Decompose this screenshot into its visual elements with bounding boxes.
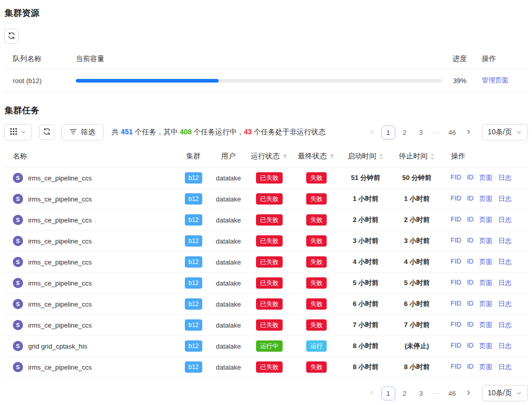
manage-page-link[interactable]: 管理页面 <box>482 76 508 84</box>
op-link-fid[interactable]: FID <box>451 236 461 246</box>
sort-icon[interactable] <box>430 153 435 160</box>
op-link-log[interactable]: 日志 <box>498 320 512 330</box>
pagination-ellipsis[interactable]: ··· <box>431 390 443 397</box>
column-header-label: 名称 <box>13 152 27 161</box>
column-header-final-status[interactable]: 最终状态 <box>293 152 340 161</box>
op-link-id[interactable]: ID <box>467 236 474 246</box>
pagination-page-3[interactable]: 3 <box>414 126 428 139</box>
resources-table-header: 队列名称 当前容量 进度 操作 <box>4 49 528 69</box>
op-link-page[interactable]: 页面 <box>479 278 493 288</box>
op-link-log[interactable]: 日志 <box>498 194 512 204</box>
start-time: 2 小时前 <box>340 215 391 225</box>
final-status-badge: 失败 <box>306 256 327 268</box>
op-link-page[interactable]: 页面 <box>479 236 493 246</box>
column-header-label: 运行状态 <box>251 152 280 161</box>
op-link-page[interactable]: 页面 <box>479 299 493 309</box>
chevron-left-icon <box>369 390 375 397</box>
task-name: irms_ce_pipeline_ccs <box>28 279 92 287</box>
task-user: datalake <box>211 174 246 182</box>
run-status-badge: 已失败 <box>256 277 283 289</box>
ops-cell: FIDID页面日志 <box>442 194 528 204</box>
filter-button[interactable]: 筛选 <box>61 124 103 140</box>
task-user: datalake <box>211 258 246 266</box>
page-size-select[interactable]: 10条/页 <box>482 124 528 140</box>
column-header-action: 操作 <box>476 54 528 64</box>
page-size-select[interactable]: 10条/页 <box>482 385 528 401</box>
op-link-id[interactable]: ID <box>467 362 474 372</box>
op-link-fid[interactable]: FID <box>451 257 461 267</box>
op-link-id[interactable]: ID <box>467 320 474 330</box>
op-link-id[interactable]: ID <box>467 278 474 288</box>
op-link-fid[interactable]: FID <box>451 215 461 225</box>
filter-icon[interactable] <box>282 154 288 159</box>
filter-lines-icon <box>70 128 77 136</box>
pagination-next-button[interactable] <box>462 387 476 400</box>
op-link-log[interactable]: 日志 <box>498 236 512 246</box>
sort-icon[interactable] <box>379 153 384 160</box>
pagination-page-1[interactable]: 1 <box>381 387 395 400</box>
column-header-stop-time[interactable]: 停止时间 <box>391 152 442 161</box>
avatar: S <box>13 236 23 246</box>
op-link-log[interactable]: 日志 <box>498 341 512 351</box>
resources-refresh-button[interactable] <box>4 29 19 44</box>
column-settings-button[interactable] <box>4 124 32 140</box>
op-link-fid[interactable]: FID <box>451 194 461 204</box>
op-link-page[interactable]: 页面 <box>479 341 493 351</box>
op-link-id[interactable]: ID <box>467 341 474 351</box>
op-link-fid[interactable]: FID <box>451 362 461 372</box>
pagination-page-2[interactable]: 2 <box>398 126 412 139</box>
column-header-user: 用户 <box>211 152 246 161</box>
op-link-id[interactable]: ID <box>467 215 474 225</box>
tasks-refresh-button[interactable] <box>39 125 54 140</box>
pagination-prev-button[interactable] <box>365 387 379 400</box>
pagination-page-46[interactable]: 46 <box>445 126 459 139</box>
summary-segment: 408 <box>180 128 191 136</box>
op-link-id[interactable]: ID <box>467 194 474 204</box>
final-status-badge: 失败 <box>306 319 327 331</box>
task-user: datalake <box>211 237 246 245</box>
start-time: 4 小时前 <box>340 257 391 267</box>
start-time: 1 小时前 <box>340 194 391 204</box>
op-link-fid[interactable]: FID <box>451 341 461 351</box>
op-link-log[interactable]: 日志 <box>498 299 512 309</box>
op-link-page[interactable]: 页面 <box>479 320 493 330</box>
op-link-page[interactable]: 页面 <box>479 257 493 267</box>
pagination-ellipsis[interactable]: ··· <box>431 129 443 136</box>
run-status-badge: 已失败 <box>256 256 283 268</box>
op-link-page[interactable]: 页面 <box>479 194 493 204</box>
op-link-fid[interactable]: FID <box>451 173 461 183</box>
op-link-fid[interactable]: FID <box>451 278 461 288</box>
run-status-badge: 已失败 <box>256 361 283 373</box>
start-time: 7 小时前 <box>340 320 391 330</box>
pagination-page-3[interactable]: 3 <box>414 387 428 400</box>
task-name: irms_ce_pipeline_ccs <box>28 300 92 308</box>
run-status-badge: 已失败 <box>256 214 283 226</box>
op-link-id[interactable]: ID <box>467 257 474 267</box>
task-user: datalake <box>211 195 246 203</box>
summary-segment: 43 <box>244 128 252 136</box>
op-link-id[interactable]: ID <box>467 299 474 309</box>
pagination-next-button[interactable] <box>462 126 476 139</box>
op-link-fid[interactable]: FID <box>451 320 461 330</box>
pagination-page-2[interactable]: 2 <box>398 387 412 400</box>
column-header-start-time[interactable]: 启动时间 <box>340 152 391 161</box>
op-link-log[interactable]: 日志 <box>498 362 512 372</box>
op-link-page[interactable]: 页面 <box>479 215 493 225</box>
column-header-run-status[interactable]: 运行状态 <box>246 152 293 161</box>
final-status-badge: 运行 <box>306 340 327 352</box>
op-link-log[interactable]: 日志 <box>498 173 512 183</box>
avatar: S <box>13 320 23 330</box>
op-link-id[interactable]: ID <box>467 173 474 183</box>
pagination-page-1[interactable]: 1 <box>381 126 395 139</box>
op-link-fid[interactable]: FID <box>451 299 461 309</box>
op-link-log[interactable]: 日志 <box>498 215 512 225</box>
op-link-page[interactable]: 页面 <box>479 173 493 183</box>
start-time: 8 小时前 <box>340 362 391 372</box>
pagination-prev-button[interactable] <box>365 126 379 139</box>
op-link-log[interactable]: 日志 <box>498 278 512 288</box>
pagination-page-46[interactable]: 46 <box>445 387 459 400</box>
ops-cell: FIDID页面日志 <box>442 341 528 351</box>
op-link-page[interactable]: 页面 <box>479 362 493 372</box>
filter-icon[interactable] <box>329 154 335 159</box>
op-link-log[interactable]: 日志 <box>498 257 512 267</box>
